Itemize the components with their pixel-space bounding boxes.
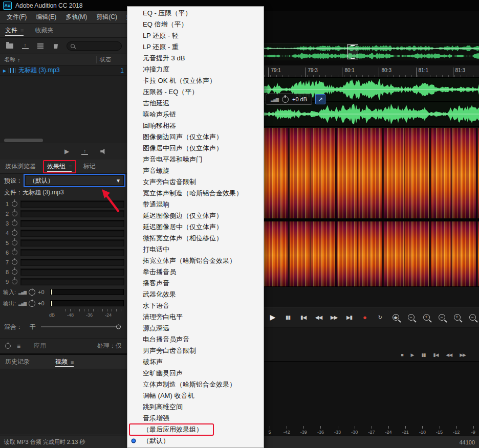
power-icon[interactable] [12, 201, 17, 207]
preset-menu-item[interactable]: 带通混响 [127, 199, 264, 210]
spectrogram-left[interactable] [264, 128, 479, 218]
effect-slot-well[interactable] [20, 239, 124, 247]
preset-menu-item[interactable]: 播客声音 [127, 278, 264, 289]
preset-menu-item[interactable]: LP 还原 - 轻 [127, 30, 264, 41]
effect-slot[interactable]: 7 [3, 257, 124, 267]
mix-slider-knob[interactable] [116, 325, 121, 329]
effect-slot-well[interactable] [20, 220, 124, 227]
effect-slot[interactable]: 3 [3, 218, 124, 228]
stop-button[interactable]: ■ [401, 352, 403, 357]
power-icon[interactable] [12, 279, 17, 284]
preset-menu-item[interactable]: （默认） [127, 435, 264, 446]
zoom-to-selection-button[interactable]: + [451, 311, 463, 323]
preset-menu-item[interactable]: 跳到高维空间 [127, 401, 264, 413]
menu-bar-item[interactable]: 编辑(E) [31, 11, 61, 23]
expand-chevron-icon[interactable]: ▸ [3, 67, 6, 74]
preset-menu-item[interactable]: 男声旁白齿音限制 [127, 345, 264, 356]
power-icon[interactable] [12, 211, 17, 216]
zoom-full-button[interactable]: − [467, 311, 478, 323]
preset-menu-item[interactable]: 电台播音员声音 [127, 334, 264, 345]
zoom-out-time-button[interactable]: − [436, 311, 447, 323]
zoom-in-button[interactable]: + [390, 311, 401, 323]
effect-slot-well[interactable] [20, 200, 124, 208]
effect-slot[interactable]: 6 [3, 248, 124, 257]
tab-effects-rack[interactable]: 效果组 ≡ [47, 160, 72, 173]
preset-menu-item[interactable]: 拓宽立体声（哈斯铝合金效果） [127, 255, 264, 266]
zoom-in-time-button[interactable]: + [421, 311, 432, 323]
preset-menu-item[interactable]: 立体声制造（哈斯铝合金效果） [127, 379, 264, 390]
effect-slot-well[interactable] [20, 278, 124, 285]
rewind-button[interactable]: ◀◀ [313, 311, 324, 323]
pause-button[interactable]: ▮▮ [422, 352, 426, 357]
preset-menu-item[interactable]: 延迟图像侧边（仅立体声） [127, 210, 264, 221]
preset-menu-item[interactable]: EQ 倍增（平） [127, 19, 264, 30]
play-button[interactable]: ▶ [267, 311, 278, 323]
play-button[interactable]: ▶ [411, 352, 414, 357]
effect-slot-well[interactable] [20, 268, 124, 276]
preset-menu-item[interactable]: 武器化效果 [127, 289, 264, 300]
record-button[interactable]: ● [359, 311, 371, 323]
power-icon[interactable] [12, 230, 17, 236]
preset-menu-item[interactable]: LP 还原 - 重 [127, 41, 264, 53]
speaker-icon[interactable] [100, 149, 106, 154]
menu-bar-item[interactable]: 文件(F) [2, 11, 31, 23]
preset-menu-item[interactable]: 冲撞力度 [127, 64, 264, 75]
preset-menu-item[interactable]: 微拓宽立体声（相位移位） [127, 233, 264, 244]
preset-menu-item[interactable]: 女声旁白齿音限制 [127, 176, 264, 188]
power-icon[interactable] [12, 220, 17, 226]
preset-menu-item[interactable]: 图像居中回声（仅立体声） [127, 143, 264, 154]
gain-knob[interactable] [282, 96, 289, 103]
file-list-item[interactable]: ▸ 无标题 (3).mp3 1 [0, 65, 127, 76]
pause-button[interactable]: ▮▮ [282, 311, 294, 323]
tab-history[interactable]: 历史记录 [5, 355, 30, 369]
preset-menu-item[interactable]: 破坏声 [127, 356, 264, 368]
preset-menu-item[interactable]: 延迟图像居中（仅立体声） [127, 221, 264, 233]
spectrogram-right[interactable] [264, 221, 479, 286]
fast-forward-button[interactable]: ▶▶ [460, 352, 466, 357]
power-icon[interactable] [12, 250, 17, 255]
effect-slot-well[interactable] [20, 249, 124, 256]
effect-slot[interactable]: 1 [3, 199, 124, 209]
loop-playback-button[interactable]: ↻ [374, 311, 386, 323]
menu-bar-item[interactable]: 多轨(M) [61, 11, 92, 23]
preset-menu-item[interactable]: 回响移相器 [127, 120, 264, 131]
rack-list-icon[interactable]: ≡ [17, 343, 20, 350]
rack-power-icon[interactable] [5, 343, 11, 349]
effect-slot[interactable]: 8 [3, 267, 124, 277]
rewind-button[interactable]: ◀◀ [446, 352, 452, 357]
skip-to-end-button[interactable]: ▶▮ [343, 311, 355, 323]
preset-menu-item[interactable]: 声音螺旋 [127, 165, 264, 176]
gain-hud-control[interactable]: ▂▄▆ +0 dB [266, 94, 312, 105]
preset-menu-item[interactable]: 宽立体声制造（哈斯铝合金效果） [127, 188, 264, 199]
preset-menu-item[interactable]: 卡拉 OK 机（仅立体声） [127, 75, 264, 86]
delete-button[interactable] [51, 41, 60, 51]
output-gain-knob[interactable] [29, 300, 35, 307]
preset-menu-item[interactable]: 声音电平器和噪声门 [127, 154, 264, 165]
preset-menu-item[interactable]: 源点深远 [127, 323, 264, 334]
apply-button[interactable]: 应用 [34, 342, 46, 350]
waveform-channel-right[interactable] [264, 102, 479, 127]
power-icon[interactable] [12, 269, 17, 275]
tab-files[interactable]: 文件 ≡ [5, 24, 24, 37]
preset-menu-item[interactable]: 压限器 - EQ（平） [127, 86, 264, 98]
tab-markers[interactable]: 标记 [83, 160, 95, 173]
menu-bar-item[interactable]: 剪辑(C) [92, 11, 122, 23]
input-gain-knob[interactable] [29, 289, 35, 296]
preset-menu-item[interactable]: 拳击播音员 [127, 266, 264, 278]
overview-selection-handle[interactable] [347, 44, 358, 59]
waveform-display[interactable]: ▂▄▆ +0 dB ↗ [264, 78, 479, 128]
tab-favorites[interactable]: 收藏夹 [35, 24, 53, 37]
effect-slot-well[interactable] [20, 230, 124, 237]
effect-slot[interactable]: 9 [3, 277, 124, 286]
export-icon[interactable]: ↑ [81, 148, 88, 155]
import-file-button[interactable]: ↑ [20, 41, 30, 51]
preset-menu-item[interactable]: EQ - 压限（平） [127, 8, 264, 19]
effect-slot[interactable]: 5 [3, 238, 124, 248]
preset-menu-item[interactable]: 元音提升 3 dB [127, 53, 264, 64]
overview-strip[interactable] [264, 43, 479, 60]
preset-menu-item[interactable]: 空旷幽灵回声 [127, 368, 264, 379]
panel-menu-icon[interactable]: ≡ [71, 359, 74, 365]
skip-to-start-button[interactable]: ▮◀ [297, 311, 309, 323]
preset-menu-item[interactable]: 图像侧边回声（仅立体声） [127, 131, 264, 143]
skip-to-start-button[interactable]: ▮◀ [433, 352, 438, 357]
